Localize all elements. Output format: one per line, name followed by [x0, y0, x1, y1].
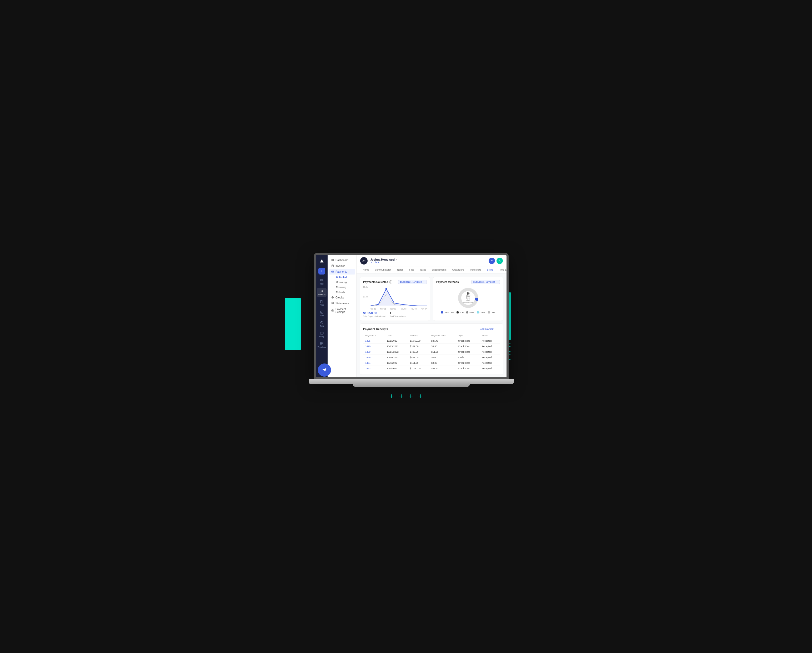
- svg-point-19: [371, 262, 372, 262]
- svg-rect-4: [320, 332, 324, 334]
- user-name-text: Joshua Hougaard: [370, 258, 395, 261]
- user-info: Joshua Hougaard Client: [370, 258, 486, 264]
- nav-payment-settings-label: Payment Settings: [336, 308, 353, 314]
- status-cell: Accepted: [480, 355, 500, 360]
- payment-num-cell[interactable]: 1484: [363, 360, 385, 365]
- payments-submenu: Collected Upcoming Recurring Refunds: [328, 275, 356, 295]
- tab-engagements[interactable]: Engagements: [429, 267, 449, 273]
- tab-tasks[interactable]: Tasks: [417, 267, 429, 273]
- tab-billing[interactable]: Billing: [484, 267, 496, 273]
- receipts-actions: Add payment ⋮: [480, 327, 500, 331]
- payment-methods-date-filter[interactable]: 10/31/2022 - 11/7/2022: [471, 280, 500, 284]
- sidebar-label-templates: Templates: [317, 346, 326, 348]
- payments-date-filter[interactable]: 10/31/2022 - 11/7/2022: [398, 280, 427, 284]
- payment-methods-card: Payment Methods 10/31/2022 - 11/7/2022: [433, 277, 503, 321]
- header-settings-avatar[interactable]: [496, 258, 503, 264]
- info-icon[interactable]: i: [389, 280, 392, 283]
- svg-point-25: [386, 288, 387, 289]
- amount-cell: $1,350.00: [408, 338, 429, 344]
- plus-4: +: [418, 392, 422, 400]
- svg-rect-14: [333, 260, 334, 261]
- date-cell: 11/1/2022: [385, 338, 408, 344]
- add-payment-button[interactable]: Add payment: [480, 328, 494, 330]
- tab-home[interactable]: Home: [360, 267, 372, 273]
- table-row: 1495 11/1/2022 $1,350.00 $37.43 Credit C…: [363, 338, 500, 344]
- nav-credits[interactable]: Credits: [329, 295, 355, 300]
- receipts-table: Payment # Date Amount Payment Fees Type …: [363, 333, 500, 372]
- top-header: JH Joshua Hougaard Client: [357, 255, 507, 267]
- sidebar-item-files[interactable]: Files: [317, 298, 327, 308]
- col-payment-num: Payment #: [363, 333, 385, 338]
- svg-rect-5: [321, 343, 322, 344]
- payment-num-cell[interactable]: 1482: [363, 365, 385, 371]
- payment-num-cell[interactable]: 1486: [363, 355, 385, 360]
- scene: Inbox Contacts Files Tasks: [288, 245, 524, 408]
- tab-transcripts[interactable]: Transcripts: [467, 267, 484, 273]
- tab-communication[interactable]: Communication: [372, 267, 394, 273]
- nav-payment-settings[interactable]: Payment Settings: [329, 306, 355, 315]
- laptop-screen: Inbox Contacts Files Tasks: [314, 253, 508, 379]
- tab-bar: Home Communication Notes Files Tasks: [357, 267, 507, 274]
- tab-files[interactable]: Files: [406, 267, 417, 273]
- plus-3: +: [409, 392, 413, 400]
- sidebar-item-contacts[interactable]: Contacts: [317, 288, 327, 297]
- payment-num-cell[interactable]: 1489: [363, 349, 385, 355]
- nav-recurring[interactable]: Recurring: [334, 285, 355, 289]
- nav-dashboard-label: Dashboard: [336, 259, 348, 262]
- sidebar-item-tasks[interactable]: Tasks: [317, 309, 327, 318]
- col-amount: Amount: [408, 333, 429, 338]
- nav-refunds[interactable]: Refunds: [334, 290, 355, 295]
- fees-cell: $37.43: [429, 338, 456, 344]
- svg-rect-6: [322, 343, 324, 344]
- svg-marker-0: [320, 259, 324, 262]
- nav-credits-label: Credits: [336, 296, 344, 299]
- tab-notes[interactable]: Notes: [395, 267, 406, 273]
- amount-cell: $487.05: [408, 355, 429, 360]
- tab-time-entries[interactable]: Time Entries: [496, 267, 507, 273]
- send-button[interactable]: [318, 364, 331, 377]
- table-row: 1489 10/11/2022 $400.00 $11.30 Credit Ca…: [363, 349, 500, 355]
- amount-cell: $111.00: [408, 360, 429, 365]
- nav-upcoming-label: Upcoming: [336, 281, 347, 283]
- user-avatar: JH: [360, 257, 368, 265]
- status-cell: Accepted: [480, 349, 500, 355]
- amount-cell: $1,350.00: [408, 365, 429, 371]
- sidebar-item-inbox[interactable]: Inbox: [317, 277, 327, 287]
- legend-ach: ACH: [456, 311, 464, 314]
- nav-dashboard[interactable]: Dashboard: [329, 257, 355, 263]
- amount-cell: $189.00: [408, 344, 429, 349]
- nav-upcoming[interactable]: Upcoming: [334, 280, 355, 284]
- status-cell: Accepted: [480, 344, 500, 349]
- add-button[interactable]: [318, 268, 325, 275]
- payment-methods-header: Payment Methods 10/31/2022 - 11/7/2022: [436, 280, 500, 284]
- legend-dot-ach: [456, 311, 459, 314]
- date-cell: 10/10/2022: [385, 355, 408, 360]
- app-logo: [318, 257, 326, 265]
- sidebar-item-time[interactable]: Time: [317, 319, 327, 329]
- nav-statements[interactable]: Statements: [329, 301, 355, 306]
- payment-num-cell[interactable]: 1495: [363, 338, 385, 344]
- col-date: Date: [385, 333, 408, 338]
- sidebar-label-inbox: Inbox: [319, 283, 324, 285]
- sidebar-item-templates[interactable]: Templates: [317, 340, 327, 350]
- payment-methods-title: Payment Methods: [436, 281, 459, 283]
- main-content: JH Joshua Hougaard Client: [357, 255, 507, 377]
- col-type: Type: [456, 333, 480, 338]
- tab-organizers[interactable]: Organizers: [450, 267, 467, 273]
- nav-payments[interactable]: Payments: [329, 269, 355, 275]
- nav-invoices[interactable]: Invoices: [329, 263, 355, 269]
- user-role: Client: [370, 261, 486, 264]
- svg-rect-2: [321, 311, 323, 313]
- payments-collected-header: Payments Collected i 10/31/2022 - 11/7/2…: [363, 280, 427, 284]
- donut-container: $0 Other 0.0% of all transactions: [436, 286, 500, 314]
- chart-y-labels: $1.0k $0.5k: [363, 286, 371, 306]
- more-options-icon[interactable]: ⋮: [496, 327, 500, 331]
- nav-collected[interactable]: Collected: [334, 275, 355, 280]
- icon-sidebar: Inbox Contacts Files Tasks: [316, 255, 328, 377]
- svg-point-18: [332, 310, 333, 311]
- date-cell: 10/1/2022: [385, 365, 408, 371]
- sidebar-item-billing[interactable]: Billing: [317, 330, 327, 339]
- payments-collected-card: Payments Collected i 10/31/2022 - 11/7/2…: [360, 277, 430, 321]
- payment-num-cell[interactable]: 1490: [363, 344, 385, 349]
- legend-dot-check: [477, 311, 479, 314]
